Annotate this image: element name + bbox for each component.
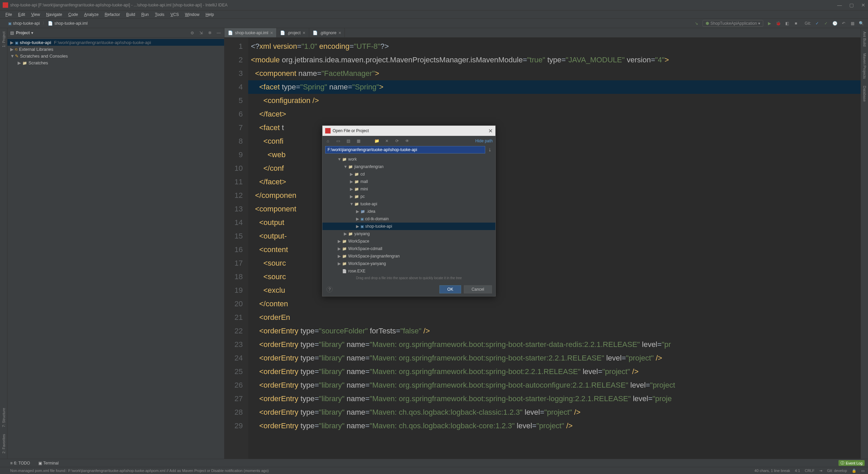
code-line[interactable]: <orderEn (248, 311, 861, 324)
tree-arrow-icon[interactable]: ▼ (343, 164, 347, 169)
close-tab-icon[interactable]: × (303, 30, 305, 36)
debug-button[interactable]: 🐞 (775, 21, 781, 26)
tree-arrow-icon[interactable]: ▶ (343, 231, 347, 236)
dialog-tree-row[interactable]: ▶.idea (322, 208, 495, 215)
module-nav-icon[interactable]: ▦ (356, 138, 361, 144)
dialog-tree-row[interactable]: ▶yanyang (322, 230, 495, 238)
ant-tool-tab[interactable]: Ant Build (862, 29, 867, 48)
dialog-tree-row[interactable]: ▶shop-tuoke-api (322, 223, 495, 230)
expand-icon[interactable]: ⇲ (198, 30, 204, 36)
project-tool-tab[interactable]: 1: Project (1, 29, 6, 49)
tree-arrow-icon[interactable]: ▶ (350, 194, 353, 199)
close-tab-icon[interactable]: × (338, 30, 341, 36)
coverage-button[interactable]: ◧ (784, 21, 790, 26)
expand-arrow-icon[interactable]: ▶ (18, 60, 21, 65)
dialog-tree-row[interactable]: ▶mini (322, 185, 495, 193)
editor-content[interactable]: 1234567891011121314151617181920212223242… (224, 38, 861, 459)
ok-button[interactable]: OK (439, 285, 461, 293)
menu-refactor[interactable]: Refactor (102, 12, 123, 18)
status-git-branch[interactable]: Git: develop (827, 469, 847, 473)
tree-arrow-icon[interactable]: ▶ (337, 246, 341, 251)
dialog-tree-row[interactable]: ▶cd (322, 170, 495, 178)
git-revert-icon[interactable]: ↶ (841, 21, 846, 26)
tree-arrow-icon[interactable]: ▼ (337, 157, 341, 162)
status-position[interactable]: 4:1 (795, 469, 800, 473)
delete-icon[interactable]: ✕ (384, 138, 390, 144)
search-icon[interactable]: 🔍 (859, 21, 864, 26)
code-line[interactable]: <orderEntry type="library" name="Maven: … (248, 419, 861, 433)
tree-arrow-icon[interactable]: ▶ (337, 254, 341, 259)
help-button[interactable]: ? (327, 286, 333, 292)
code-line[interactable]: <module org.jetbrains.idea.maven.project… (248, 53, 861, 67)
tree-arrow-icon[interactable]: ▼ (350, 202, 353, 206)
maximize-button[interactable]: ▢ (849, 2, 854, 8)
tree-arrow-icon[interactable]: ▶ (356, 224, 359, 229)
close-tab-icon[interactable]: × (270, 30, 273, 36)
database-tool-tab[interactable]: Database (862, 84, 867, 104)
hide-path-link[interactable]: Hide path (475, 139, 493, 143)
tree-arrow-icon[interactable]: ▶ (337, 261, 341, 266)
code-line[interactable]: <configuration /> (248, 94, 861, 107)
status-encoding[interactable]: CRLF (805, 469, 815, 473)
code-line[interactable]: <facet type="Spring" name="Spring"> (248, 80, 861, 94)
project-tree[interactable]: ▶ shop-tuoke-api F:\work\jiangnanfengran… (7, 38, 224, 67)
collapse-icon[interactable]: ⊖ (190, 30, 195, 36)
dialog-tree-row[interactable]: ▶WorkSpace-cdmall (322, 245, 495, 252)
menu-tools[interactable]: Tools (152, 12, 167, 18)
show-hidden-icon[interactable]: 👁 (405, 138, 410, 144)
status-menu-icon[interactable]: ▭ (861, 469, 865, 473)
dialog-tree-row[interactable]: ▶pc (322, 193, 495, 200)
dialog-tree-row[interactable]: ▼jiangnanfengran (322, 163, 495, 170)
event-log-tab[interactable]: ⓘEvent Log (839, 460, 865, 466)
dialog-tree-row[interactable]: rose.EXE (322, 267, 495, 275)
editor-tab[interactable]: 📄.project× (277, 28, 309, 37)
dialog-tree-row[interactable]: ▼tuoke-api (322, 200, 495, 208)
breadcrumb-file[interactable]: 📄 shop-tuoke-api.iml (48, 21, 87, 26)
dialog-tree-row[interactable]: ▶cd-tk-domain (322, 215, 495, 223)
settings-icon[interactable]: ✲ (207, 30, 213, 36)
menu-navigate[interactable]: Navigate (43, 12, 65, 18)
structure-tool-tab[interactable]: 7: Structure (1, 406, 6, 429)
menu-file[interactable]: File (3, 12, 15, 18)
dialog-path-input[interactable] (325, 146, 485, 153)
hide-panel-icon[interactable]: — (216, 30, 221, 36)
git-history-icon[interactable]: 🕓 (832, 21, 837, 26)
dialog-close-button[interactable]: ✕ (488, 128, 493, 134)
minimize-button[interactable]: — (837, 2, 842, 8)
tree-root[interactable]: ▶ shop-tuoke-api F:\work\jiangnanfengran… (7, 39, 224, 46)
dialog-tree[interactable]: ▼work▼jiangnanfengran▶cd▶mall▶mini▶pc▼tu… (322, 156, 495, 275)
code-line[interactable]: <orderEntry type="library" name="Maven: … (248, 378, 861, 392)
menu-edit[interactable]: Edit (15, 12, 28, 18)
desktop-icon[interactable]: ▭ (335, 138, 341, 144)
cancel-button[interactable]: Cancel (464, 285, 492, 293)
code-line[interactable]: <orderEntry type="library" name="Maven: … (248, 406, 861, 419)
run-configuration-selector[interactable]: ⬢ ShopTuokeApiApplication ▾ (703, 20, 763, 27)
project-structure-icon[interactable]: ▦ (850, 21, 855, 26)
code-line[interactable]: <orderEntry type="sourceFolder" forTests… (248, 324, 861, 338)
editor-tab[interactable]: 📄.gitignore× (309, 28, 345, 37)
dialog-tree-row[interactable]: ▼work (322, 156, 495, 163)
tree-arrow-icon[interactable]: ▶ (350, 172, 353, 177)
refresh-icon[interactable]: ⟳ (394, 138, 400, 144)
project-view-icon[interactable]: ▤ (10, 30, 14, 35)
git-commit-icon[interactable]: ✓ (823, 21, 829, 26)
code-line[interactable]: <orderEntry type="library" name="Maven: … (248, 338, 861, 351)
code-line[interactable]: <orderEntry type="library" name="Maven: … (248, 351, 861, 365)
status-indent-icon[interactable]: ⇥ (819, 469, 822, 473)
editor-tab[interactable]: 📄shop-tuoke-api.iml× (224, 28, 277, 37)
menu-run[interactable]: Run (139, 12, 152, 18)
close-button[interactable]: ✕ (861, 2, 865, 8)
tree-external-libs[interactable]: ▶ ⎋ External Libraries (7, 46, 224, 53)
new-folder-icon[interactable]: 📁 (374, 138, 379, 144)
project-panel-title[interactable]: Project (16, 30, 30, 35)
status-lock-icon[interactable]: 🔒 (852, 469, 856, 473)
menu-code[interactable]: Code (65, 12, 81, 18)
tree-arrow-icon[interactable]: ▶ (356, 209, 359, 214)
stop-button[interactable]: ■ (793, 21, 798, 26)
dialog-tree-row[interactable]: ▶WorkSpace-yanyang (322, 260, 495, 267)
menu-build[interactable]: Build (123, 12, 138, 18)
code-line[interactable]: <orderEntry type="library" name="Maven: … (248, 365, 861, 378)
collapse-arrow-icon[interactable]: ▼ (10, 54, 14, 59)
todo-tool-tab[interactable]: ≡6: TODO (10, 461, 30, 466)
code-line[interactable]: </facet> (248, 107, 861, 121)
